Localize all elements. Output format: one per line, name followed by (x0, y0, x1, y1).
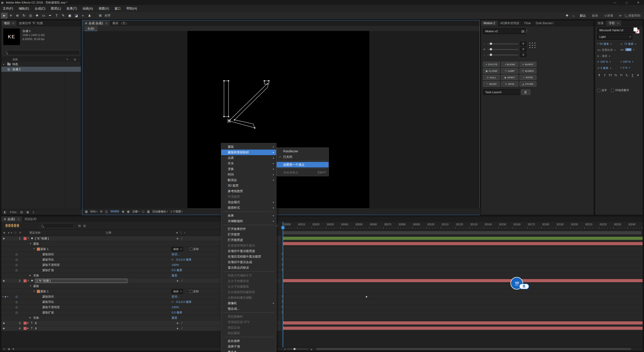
context-menu-item[interactable]: 3D 图层 (221, 183, 276, 188)
checkbox-box[interactable] (597, 89, 600, 92)
new-folder-icon[interactable]: ▤ (20, 210, 23, 214)
time-ruler[interactable]: 0000000010000200003000040000500006000070… (280, 222, 643, 230)
all-caps-button[interactable]: TT (608, 73, 612, 77)
layer-name[interactable]: E (35, 321, 37, 326)
work-area-row[interactable] (280, 230, 643, 236)
menubar-item[interactable]: 视图(V) (96, 5, 112, 12)
layer-name[interactable]: K (35, 326, 37, 331)
checkbox-1[interactable]: 连字 (597, 88, 607, 92)
composition-mini-flowchart-icon[interactable]: ▤ (78, 222, 81, 229)
underline-button[interactable]: T (630, 73, 634, 77)
tsume-field[interactable]: T 0 %▾ (620, 66, 630, 69)
mask-color-chip[interactable] (37, 290, 40, 293)
menubar-item[interactable]: 帮助(H) (124, 5, 140, 12)
motion-slider-2[interactable]: ✕0 (483, 47, 526, 52)
zoom-slider-knob[interactable] (294, 348, 296, 350)
brush-tool[interactable]: ✎ (60, 13, 67, 19)
context-menu-item[interactable]: 变换▸ (221, 166, 276, 172)
property-value[interactable]: 0.0,0.0 像素 (176, 257, 191, 262)
workspace-1[interactable]: 默认 (577, 12, 589, 19)
context-menu-item[interactable]: 混合模式▸ (221, 199, 276, 205)
timeline-graph-row[interactable] (280, 321, 643, 326)
menubar-item[interactable]: 窗口 (112, 5, 124, 12)
tab-ae-[interactable]: AE脚本管理器 (498, 20, 522, 26)
snap-label[interactable]: 对齐 (105, 14, 111, 18)
timeline-zoom-slider[interactable] (287, 349, 308, 349)
label-color-chip[interactable] (23, 279, 27, 283)
excite-button[interactable]: ✦EXCITE (483, 62, 500, 67)
puppet-pin-tool[interactable]: ♟ (86, 13, 93, 19)
resolution-select[interactable]: 完整▾ (132, 210, 140, 214)
region-of-interest-icon[interactable]: ◻ (142, 210, 144, 213)
font-family-select[interactable]: Microsoft YaHei UI (597, 27, 639, 33)
slider-knob[interactable] (490, 48, 492, 50)
orbit-camera-tool[interactable]: ◎ (27, 13, 34, 19)
zoom-tool[interactable]: ⊕ (14, 13, 21, 19)
layers-icon[interactable]: ▦ (8, 347, 10, 351)
tab-paragraph[interactable]: 段落 (595, 20, 606, 26)
timeline-search-input[interactable] (39, 223, 74, 228)
layer-duration-bar[interactable] (283, 237, 643, 240)
rotation-tool[interactable]: ↻ (21, 13, 27, 19)
hand-tool[interactable]: ✛ (8, 13, 14, 19)
menubar-item[interactable]: 编辑(E) (16, 5, 32, 12)
tab-effect-controls[interactable]: 效果控件 "K" 轮廓 (16, 20, 45, 26)
quality-switch-icon[interactable]: ◆ (177, 236, 178, 241)
reset-link[interactable]: 重置 (172, 273, 177, 278)
mask-mode-select[interactable]: 相加 (172, 247, 183, 251)
label-color-chip[interactable] (23, 237, 27, 240)
slider-knob[interactable] (490, 43, 492, 45)
project-item[interactable]: ▸纯色 (1, 62, 81, 67)
selection-tool[interactable]: ► (1, 13, 8, 19)
pen-tool[interactable]: ✒ (47, 13, 53, 19)
trash-icon[interactable]: ▯ (33, 210, 34, 214)
context-menu-item[interactable]: 反向选择 (221, 338, 276, 344)
menubar-item[interactable]: 合成(C) (32, 5, 48, 12)
timeline-graph-row[interactable] (280, 236, 643, 241)
layer-duration-bar[interactable] (283, 242, 643, 245)
horizontal-scrollbar[interactable] (316, 348, 631, 350)
viewer-timecode[interactable]: 00000 (110, 210, 119, 213)
twirl-icon[interactable]: ▸ (3, 63, 5, 65)
kerning-field[interactable]: V⁄A 度量标准▾ (597, 48, 616, 52)
minimize-button[interactable]: — (609, 0, 621, 5)
run-button[interactable]: 直 (521, 89, 530, 95)
context-menu-item[interactable]: 选择子项 (221, 344, 276, 349)
context-menu-item[interactable]: 设置第一个顶点 (277, 162, 329, 167)
workspace-3[interactable]: 小屏幕 (601, 12, 616, 19)
subscript-button[interactable]: T₁ (625, 73, 629, 77)
context-menu-item[interactable]: RotoBezier (277, 149, 329, 154)
proportional-spacing-field[interactable]: ≣ - 像素▾ (597, 54, 610, 58)
fill-color-swatch[interactable] (633, 27, 637, 31)
slider-track[interactable] (487, 49, 519, 50)
property-value[interactable]: 0.0 像素 (172, 268, 182, 273)
shape-tool[interactable]: ▭ (40, 13, 47, 19)
strikethrough-button[interactable]: T (636, 73, 640, 77)
stopwatch-icon[interactable]: ◷ (15, 268, 18, 273)
checkbox-2[interactable]: 印地语数字 (611, 88, 629, 92)
slider-track[interactable] (487, 44, 519, 44)
view-layout-select[interactable]: 1 个视图▾ (170, 210, 183, 214)
context-menu-item[interactable]: 品质▸ (221, 155, 276, 161)
camera-select[interactable]: 活动摄像机▾ (152, 210, 168, 214)
current-time-indicator-head[interactable] (281, 226, 284, 229)
slider-value[interactable]: 0 (520, 47, 526, 51)
timeline-graph-row[interactable]: Ⅰ (280, 299, 643, 305)
twirl-toggle[interactable]: ▶ (29, 273, 31, 278)
grid-guides-icon[interactable]: ⊞ (100, 210, 103, 213)
stopwatch-icon[interactable]: ◷ (15, 252, 18, 257)
constrain-link-icon[interactable]: ∞ (172, 257, 173, 262)
eraser-tool[interactable]: ◪ (73, 13, 80, 19)
font-style-select[interactable]: Light (597, 34, 632, 40)
timeline-graph-row[interactable] (280, 273, 643, 278)
property-value[interactable]: 形状... (172, 294, 180, 299)
new-composition-icon[interactable]: ▦ (26, 210, 29, 214)
context-menu-item[interactable]: 显示表达式错误 (221, 265, 276, 270)
mask-path-svg[interactable] (187, 31, 369, 209)
panel-menu-icon[interactable]: ≡ (18, 216, 19, 222)
context-menu-item[interactable]: 开关▸ (221, 161, 276, 166)
reset-link[interactable]: 重置 (172, 315, 177, 320)
context-menu-item[interactable]: 打开图层 (221, 232, 276, 237)
twirl-toggle[interactable]: ▼ (29, 284, 31, 289)
rope-button[interactable]: ∿ROPE (520, 75, 536, 80)
